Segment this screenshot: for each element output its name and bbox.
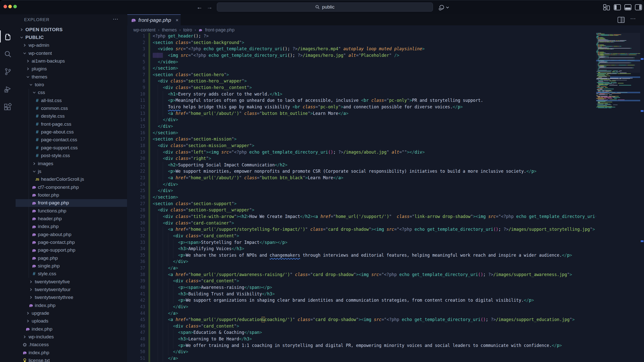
tree-folder-wp-content[interactable]: wp-content xyxy=(16,49,127,57)
tree-folder-uploads[interactable]: uploads xyxy=(16,317,127,325)
tree-file-index-php[interactable]: index.php xyxy=(16,223,127,231)
breadcrumb[interactable]: wp-content›themes›toiro› front-page.php xyxy=(133,26,234,33)
tree-file-front-page-php[interactable]: front-page.php xyxy=(16,199,127,207)
code-line-8[interactable]: 8 <div class="section-hero__wrapper"> xyxy=(127,78,596,84)
tree-file-page-support-css[interactable]: #page-support.css xyxy=(16,144,127,152)
code-line-14[interactable]: 14 </div> xyxy=(127,117,596,123)
code-line-47[interactable]: 47 <span>Education & Coaching</span> xyxy=(127,329,596,336)
code-line-46[interactable]: 46 <div class="card_content"> xyxy=(127,323,596,330)
tree-folder-twentytwentyfour[interactable]: twentytwentyfour xyxy=(16,286,127,293)
tree-file-cf7-component-php[interactable]: cf7-component.php xyxy=(16,183,127,191)
code-line-4[interactable]: 4 <img src="<?php echo get_template_dire… xyxy=(127,52,596,59)
command-center-search[interactable]: public xyxy=(217,3,433,12)
code-line-11[interactable]: 11 <p>Meaningful stories often go unhear… xyxy=(127,97,596,104)
tab-front-page-php[interactable]: front-page.php × xyxy=(127,14,181,25)
run-and-debug-icon[interactable] xyxy=(0,81,16,97)
tree-folder-images[interactable]: images xyxy=(16,160,127,167)
code-line-9[interactable]: 9 <div class="section-hero__content"> xyxy=(127,84,596,91)
explorer-icon[interactable] xyxy=(0,28,16,44)
code-line-35[interactable]: 35 <p>We share the stories of NPOs and c… xyxy=(127,252,596,259)
tree-file-common-css[interactable]: #common.css xyxy=(16,104,127,112)
code-line-42[interactable]: 42 <p>We support organizations in shapin… xyxy=(127,297,596,304)
code-line-26[interactable]: 26</section> xyxy=(127,194,596,201)
code-line-30[interactable]: 30 <div class="card-container"> xyxy=(127,220,596,227)
code-line-6[interactable]: 6</section> xyxy=(127,65,596,72)
tree-file-destyle-css[interactable]: #destyle.css xyxy=(16,112,127,120)
toggle-secondary-sidebar-icon[interactable] xyxy=(635,4,642,10)
tree-file-page-php[interactable]: page.php xyxy=(16,254,127,262)
code-line-44[interactable]: 44 </a> xyxy=(127,310,596,317)
toggle-primary-sidebar-icon[interactable] xyxy=(614,4,621,10)
source-control-icon[interactable] xyxy=(0,64,16,80)
code-line-45[interactable]: 45 <a href="home_url('/support/education… xyxy=(127,316,596,323)
code-line-39[interactable]: 39 <div class="card_content"> xyxy=(127,278,596,284)
tree-file-all-list-css[interactable]: #all-list.css xyxy=(16,97,127,104)
code-line-24[interactable]: 24 </div> xyxy=(127,181,596,188)
extensions-icon[interactable] xyxy=(0,99,16,115)
code-line-51[interactable]: 51 </a> xyxy=(127,355,596,362)
explorer-more-actions-icon[interactable]: ⋯ xyxy=(113,16,119,22)
tree-folder-open-editors[interactable]: OPEN EDITORS xyxy=(16,26,127,33)
tree-file-front-page-css[interactable]: #front-page.css xyxy=(16,120,127,128)
breadcrumb-item[interactable]: wp-content xyxy=(133,27,155,33)
minimap[interactable] xyxy=(596,33,640,362)
code-line-10[interactable]: 10 <h1>Every story adds color to the wor… xyxy=(127,91,596,98)
tree-file-page-contact-css[interactable]: #page-contact.css xyxy=(16,136,127,144)
code-line-29[interactable]: 29 <div class="title-with-arrow"><h2>How… xyxy=(127,213,596,220)
tree-folder-wp-admin[interactable]: wp-admin xyxy=(16,41,127,49)
code-line-33[interactable]: 33 <p><span>Storytelling for Impact</spa… xyxy=(127,239,596,246)
code-line-1[interactable]: 1<?php get_header(); ?> xyxy=(127,33,596,39)
tree-folder-ai1wm-backups[interactable]: ai1wm-backups xyxy=(16,57,127,65)
tree-file-index-php[interactable]: index.php xyxy=(16,301,127,309)
tree-folder-upgrade[interactable]: upgrade xyxy=(16,309,127,317)
customize-layout-icon[interactable] xyxy=(603,4,610,10)
code-line-16[interactable]: 16</section> xyxy=(127,130,596,136)
tree-file-page-about-php[interactable]: page-about.php xyxy=(16,231,127,238)
editor-more-actions-icon[interactable]: ⋯ xyxy=(630,15,636,22)
back-arrow-icon[interactable]: ← xyxy=(196,4,203,10)
tree-folder-js[interactable]: js xyxy=(16,167,127,175)
zoom-window-button[interactable] xyxy=(13,5,17,8)
search-icon[interactable] xyxy=(0,46,16,62)
tree-file-footer-php[interactable]: footer.php xyxy=(16,191,127,199)
tree-folder-twentytwentyfive[interactable]: twentytwentyfive xyxy=(16,278,127,286)
code-line-36[interactable]: 36 </div> xyxy=(127,258,596,265)
code-line-43[interactable]: 43 </div> xyxy=(127,304,596,310)
code-line-20[interactable]: 20 <div class="right"> xyxy=(127,155,596,162)
code-line-12[interactable]: 12 Toiro helps bridge this gap by making… xyxy=(127,104,596,110)
code-line-15[interactable]: 15 </div> xyxy=(127,123,596,130)
code-line-50[interactable]: 50 </div> xyxy=(127,349,596,355)
code-line-28[interactable]: 28 <div class="section-support__wrapper"… xyxy=(127,207,596,213)
code-line-17[interactable]: 17<section class="section-mission"> xyxy=(127,136,596,143)
tree-folder-twentytwentythree[interactable]: twentytwentythree xyxy=(16,294,127,301)
code-line-2[interactable]: 2<section class="section-background"> xyxy=(127,39,596,46)
code-line-13[interactable]: 13 <a href="home_url('/about/')" class="… xyxy=(127,110,596,117)
tree-folder-css[interactable]: css xyxy=(16,89,127,97)
tree-file--htaccess[interactable]: .htaccess xyxy=(16,341,127,349)
code-line-49[interactable]: 49 <p>We offer training and 1:1 coaching… xyxy=(127,342,596,349)
breadcrumb-item[interactable]: themes xyxy=(162,27,177,33)
code-line-32[interactable]: 32 <div class="card_content"> xyxy=(127,233,596,239)
code-line-18[interactable]: 18 <div class="section-mission__wrapper"… xyxy=(127,143,596,149)
breadcrumb-item[interactable]: toiro xyxy=(183,27,192,33)
code-line-25[interactable]: 25 </div> xyxy=(127,188,596,194)
code-line-3[interactable]: 3 <video src="<?php echo get_template_di… xyxy=(127,46,596,52)
breadcrumb-item[interactable]: front-page.php xyxy=(205,27,234,33)
close-window-button[interactable] xyxy=(4,5,7,8)
tree-file-license-txt[interactable]: license.txt xyxy=(16,356,127,362)
code-line-21[interactable]: 21 <h2>Supporting Social Impact Communic… xyxy=(127,162,596,168)
tree-file-page-contact-php[interactable]: page-contact.php xyxy=(16,238,127,246)
code-line-38[interactable]: 38 <a href="home_url('/support/awareness… xyxy=(127,272,596,278)
tree-folder-themes[interactable]: themes xyxy=(16,73,127,81)
tree-file-style-css[interactable]: #style.css xyxy=(16,270,127,278)
toggle-panel-icon[interactable] xyxy=(624,4,631,10)
code-line-5[interactable]: 5 </video> xyxy=(127,59,596,65)
close-tab-icon[interactable]: × xyxy=(176,17,179,23)
tree-file-header-php[interactable]: header.php xyxy=(16,215,127,222)
code-editor[interactable]: 1<?php get_header(); ?>2<section class="… xyxy=(127,33,596,362)
tree-file-page-about-css[interactable]: #page-about.css xyxy=(16,128,127,136)
tree-file-post-style-css[interactable]: #post-style.css xyxy=(16,152,127,160)
tree-file-page-support-php[interactable]: page-support.php xyxy=(16,246,127,254)
code-line-22[interactable]: 22 <p>We support minorities, empower non… xyxy=(127,168,596,175)
tree-folder-wp-includes[interactable]: wp-includes xyxy=(16,333,127,341)
